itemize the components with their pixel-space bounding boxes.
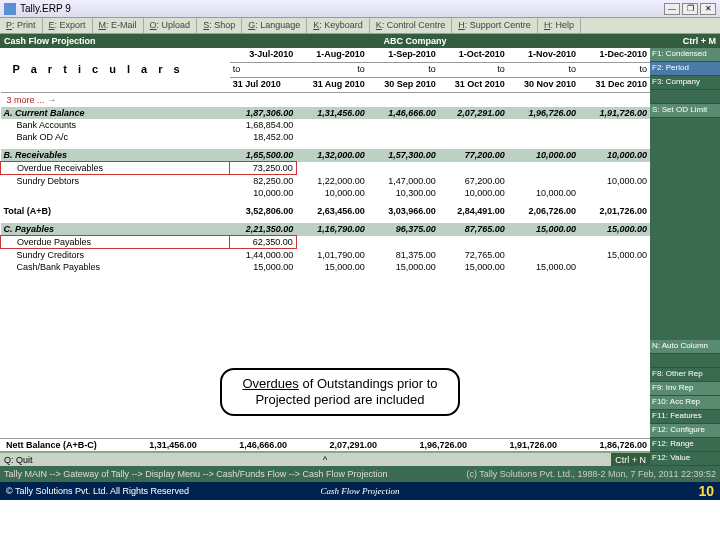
menu-item[interactable]: H: Help [538,18,581,33]
shortcut-hint: Ctrl + M [666,36,716,46]
ctrl-n-hint: Ctrl + N [611,453,650,466]
side-button[interactable] [650,90,720,104]
company-name: ABC Company [164,36,666,46]
maximize-button[interactable]: ❐ [682,3,698,15]
app-icon [4,3,16,15]
menu-item[interactable]: O: Upload [144,18,198,33]
menu-item[interactable]: G: Language [242,18,307,33]
menu-item[interactable]: M: E-Mail [93,18,144,33]
side-button[interactable]: F12: Configure [650,424,720,438]
report-title: Cash Flow Projection [4,36,164,46]
side-button[interactable]: N: Auto Column [650,340,720,354]
side-button[interactable]: F1: Condensed [650,48,720,62]
breadcrumb: Tally MAIN --> Gateway of Tally --> Disp… [0,466,720,482]
menu-item[interactable]: S: Shop [197,18,242,33]
footer: © Tally Solutions Pvt. Ltd. All Rights R… [0,482,720,500]
bottom-toolbar: Q: Quit ^ Ctrl + N [0,452,650,466]
quit-button[interactable]: Q: Quit [0,455,37,465]
side-button[interactable]: F3: Company [650,76,720,90]
menu-item[interactable]: E: Export [43,18,93,33]
side-button[interactable]: S: Set OD Limit [650,104,720,118]
sidebar: F1: CondensedF2: PeriodF3: CompanyS: Set… [650,48,720,466]
minimize-button[interactable]: — [664,3,680,15]
subtitle-bar: Cash Flow Projection ABC Company Ctrl + … [0,34,720,48]
side-button[interactable]: F12: Range [650,438,720,452]
projection-table: P a r t i c u l a r s3-Jul-20101-Aug-201… [0,48,650,273]
caret-icon: ^ [323,455,327,465]
page-number: 10 [698,483,714,499]
side-button[interactable]: F8: Other Rep [650,368,720,382]
breadcrumb-path: Tally MAIN --> Gateway of Tally --> Disp… [4,469,387,479]
menu-item[interactable]: K: Keyboard [307,18,370,33]
nett-balance-row: Nett Balance (A+B-C)1,31,456.001,46,666.… [0,438,650,452]
menu-bar: P: PrintE: ExportM: E-MailO: UploadS: Sh… [0,18,720,34]
side-button[interactable]: F2: Period [650,62,720,76]
slide-title: Cash Flow Projection [320,486,399,496]
title-bar: Tally.ERP 9 — ❐ ✕ [0,0,720,18]
breadcrumb-meta: (c) Tally Solutions Pvt. Ltd., 1988-2 Mo… [467,469,716,479]
callout-note: Overdues of Outstandings prior to Projec… [220,368,460,416]
report-content: P a r t i c u l a r s3-Jul-20101-Aug-201… [0,48,650,466]
copyright: © Tally Solutions Pvt. Ltd. All Rights R… [6,486,189,496]
side-button[interactable] [650,354,720,368]
menu-item[interactable]: H: Support Centre [452,18,538,33]
side-button[interactable]: F12: Value [650,452,720,466]
close-button[interactable]: ✕ [700,3,716,15]
menu-item[interactable]: K: Control Centre [370,18,453,33]
side-button[interactable]: F11: Features [650,410,720,424]
app-title: Tally.ERP 9 [20,3,71,14]
side-button[interactable]: F10: Acc Rep [650,396,720,410]
menu-item[interactable]: P: Print [0,18,43,33]
side-button[interactable]: F9: Inv Rep [650,382,720,396]
